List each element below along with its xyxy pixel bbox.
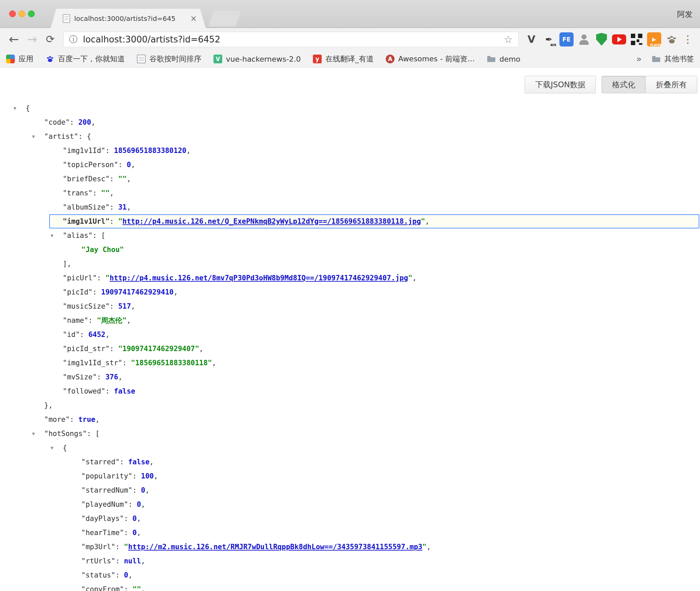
download-json-button[interactable]: 下载JSON数据 — [525, 76, 596, 93]
collapse-all-button[interactable]: 折叠所有 — [645, 76, 697, 93]
json-punct: : — [110, 345, 118, 353]
json-punct: , — [105, 331, 110, 339]
json-quote: " — [408, 274, 412, 282]
bookmark-google-sort[interactable]: 谷歌按时间排序 — [137, 54, 201, 64]
json-line: "dayPlays": 0, — [0, 511, 700, 526]
bookmark-vue-hackernews[interactable]: Vvue-hackernews-2.0 — [213, 55, 301, 63]
json-line: "picUrl": "http://p4.music.126.net/8mv7q… — [0, 271, 700, 285]
json-line: "mvSize": 376, — [0, 370, 700, 384]
json-line: "code": 200, — [0, 115, 700, 129]
json-actions: 下载JSON数据 格式化 折叠所有 — [0, 68, 700, 93]
vimium-icon[interactable]: V — [523, 31, 540, 48]
back-button[interactable]: ← — [5, 33, 23, 45]
json-url-link[interactable]: http://m2.music.126.net/RMJR7wDullRqppBk… — [128, 543, 422, 551]
json-key: "id" — [63, 331, 80, 339]
collapse-toggle-icon[interactable]: ▼ — [51, 441, 53, 455]
json-key: "followed" — [63, 387, 105, 395]
minimize-window-button[interactable] — [19, 10, 25, 17]
bookmark-label: vue-hackernews-2.0 — [226, 55, 301, 63]
json-line: "mp3Url": "http://m2.music.126.net/RMJR7… — [0, 540, 700, 554]
browser-menu-icon[interactable]: ⋮ — [680, 33, 695, 45]
json-punct: , — [67, 260, 71, 268]
close-window-button[interactable] — [9, 10, 16, 17]
json-key: "mp3Url" — [81, 543, 115, 551]
json-line: "picId_str": "19097417462929407", — [0, 342, 700, 356]
json-key: "hearTime" — [81, 529, 124, 537]
json-url-link[interactable]: http://p4.music.126.net/Q_ExePNkmqB2yWyL… — [122, 217, 421, 225]
user-extension-icon[interactable] — [575, 31, 593, 48]
fehelper-icon[interactable]: FE — [558, 31, 575, 48]
json-bracket: { — [87, 132, 91, 141]
youtube-icon[interactable] — [610, 31, 628, 48]
json-line: "Jay Chou" — [0, 243, 700, 257]
json-key: "mvSize" — [63, 373, 97, 381]
browser-tab[interactable]: localhost:3000/artists?id=645 × — [51, 9, 206, 28]
json-key: "trans" — [63, 189, 93, 197]
bookmark-folder-demo[interactable]: demo — [487, 55, 520, 63]
fehelper-icon: FE — [559, 32, 574, 46]
reload-button[interactable]: ⟳ — [41, 34, 59, 44]
json-punct: : — [93, 231, 101, 240]
json-punct: , — [141, 557, 145, 565]
awesomes-icon: A — [386, 55, 395, 63]
json-punct: , — [110, 189, 114, 197]
adguard-shield-icon[interactable] — [593, 31, 610, 48]
bookmark-star-icon[interactable]: ☆ — [504, 33, 513, 45]
address-bar[interactable]: ⓘ localhost:3000/artists?id=6452 ☆ — [63, 32, 519, 47]
collapse-toggle-icon[interactable]: ▼ — [32, 427, 35, 441]
bookmark-label: Awesomes - 前端资… — [398, 54, 475, 64]
json-quote: " — [422, 543, 427, 551]
profile-name[interactable]: 阿发 — [677, 9, 693, 20]
json-punct: : — [124, 585, 132, 591]
json-bracket: } — [44, 401, 49, 409]
json-line: ▼{ — [0, 101, 700, 115]
json-bracket: { — [26, 104, 30, 112]
json-value: false — [114, 387, 135, 395]
bookmark-awesomes[interactable]: AAwesomes - 前端资… — [386, 54, 475, 64]
bookmark-youdao-translate[interactable]: y在线翻译_有道 — [313, 54, 374, 64]
collapse-toggle-icon[interactable]: ▼ — [51, 228, 53, 243]
url-text[interactable]: localhost:3000/artists?id=6452 — [83, 34, 504, 44]
json-string-value: "Jay Chou" — [81, 246, 124, 254]
bookmarks-overflow-icon[interactable]: » — [636, 54, 642, 64]
navigation-bar: ← → ⟳ ⓘ localhost:3000/artists?id=6452 ☆… — [0, 28, 700, 51]
json-value: 200 — [78, 118, 91, 126]
json-punct: : — [97, 274, 105, 282]
json-line: "playedNum": 0, — [0, 497, 700, 511]
json-punct: : — [70, 415, 78, 424]
apps-button[interactable]: 应用 — [6, 54, 33, 64]
json-punct: : — [133, 472, 141, 480]
browser-window: localhost:3000/artists?id=645 × 阿发 ← → ⟳… — [0, 0, 700, 591]
format-button[interactable]: 格式化 — [602, 76, 646, 93]
user-extension-icon — [578, 33, 590, 45]
site-info-icon[interactable]: ⓘ — [69, 34, 78, 45]
json-punct: , — [427, 543, 431, 551]
json-punct: , — [145, 486, 150, 494]
extension-icons: V✒enFE▶PLAYER — [523, 31, 680, 48]
translate-pen-icon[interactable]: ✒en — [540, 31, 558, 48]
json-line: "hearTime": 0, — [0, 526, 700, 540]
json-bracket: { — [63, 444, 67, 452]
collapse-toggle-icon[interactable]: ▼ — [32, 129, 35, 144]
paw-extension-icon[interactable] — [663, 31, 680, 48]
json-key: "briefDesc" — [63, 175, 110, 183]
json-line: "name": "周杰伦", — [0, 313, 700, 328]
json-punct: , — [91, 118, 95, 126]
json-url-link[interactable]: http://p4.music.126.net/8mv7qP30Pd3oHW8b… — [110, 274, 408, 282]
collapse-toggle-icon[interactable]: ▼ — [13, 101, 16, 115]
player-extension-icon[interactable]: ▶PLAYER — [645, 31, 663, 48]
bookmark-label: 应用 — [19, 54, 33, 64]
json-key: "code" — [44, 118, 70, 126]
json-punct: , — [174, 288, 178, 296]
zoom-window-button[interactable] — [28, 10, 35, 17]
bookmark-baidu[interactable]: 百度一下，你就知道 — [46, 54, 125, 64]
new-tab-button[interactable] — [208, 11, 241, 26]
json-key: "starred" — [81, 458, 120, 466]
json-punct: , — [154, 472, 158, 480]
bookmark-label: 在线翻译_有道 — [325, 54, 374, 64]
qrcode-extension-icon[interactable] — [628, 31, 645, 48]
page-icon — [137, 55, 146, 63]
tab-close-icon[interactable]: × — [190, 14, 197, 23]
bookmark-label: 百度一下，你就知道 — [58, 54, 125, 64]
other-bookmarks-folder[interactable]: 其他书签 — [652, 54, 694, 64]
